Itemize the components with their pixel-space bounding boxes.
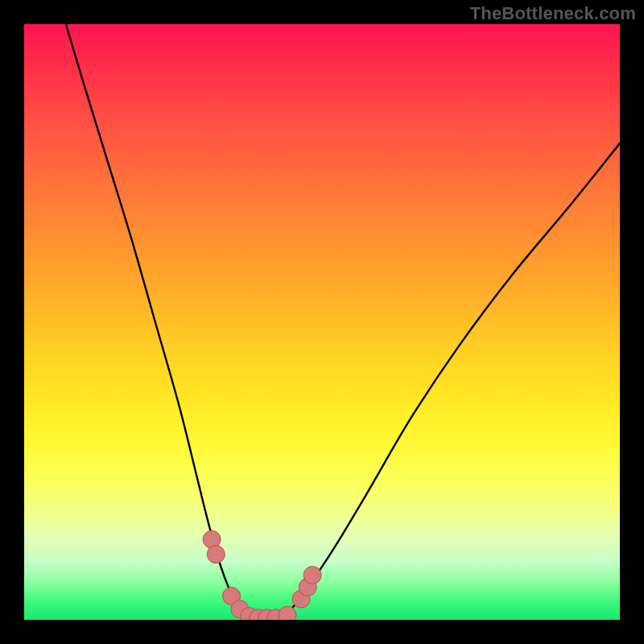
highlight-dot	[279, 606, 296, 620]
watermark-label: TheBottleneck.com	[470, 3, 636, 24]
plot-area	[24, 24, 620, 620]
highlight-dot	[207, 546, 225, 564]
highlight-dot	[303, 567, 321, 584]
highlight-dots	[24, 24, 620, 620]
chart-frame: TheBottleneck.com	[0, 0, 644, 644]
